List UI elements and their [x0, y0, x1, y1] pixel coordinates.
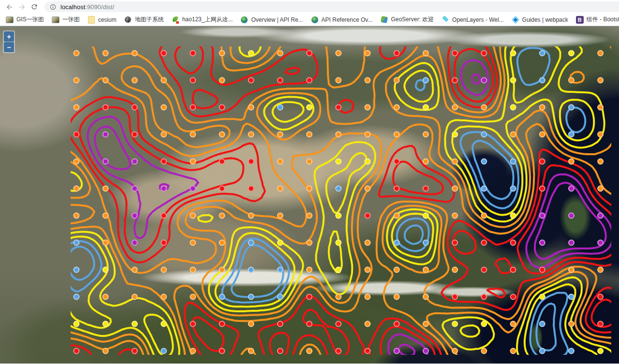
geoserver-icon [380, 16, 388, 24]
bookmark-label: OpenLayers - Wel... [452, 16, 504, 23]
reload-icon [30, 3, 38, 11]
site-info-icon[interactable] [49, 3, 57, 11]
bookmark-item[interactable]: GIS一张图 [2, 14, 48, 25]
earth-icon [311, 16, 319, 24]
map-thumbnail-icon [6, 16, 14, 24]
bookmark-item[interactable]: 一张图 [48, 14, 84, 25]
bookmark-item[interactable]: 地图子系统 [120, 14, 168, 25]
bookmark-label: cesium [98, 16, 117, 23]
bookmark-item[interactable]: OpenLayers - Wel... [438, 15, 508, 25]
url-path: :9090/dist/ [85, 3, 114, 11]
contour-overlay-canvas[interactable] [0, 26, 619, 364]
bookmark-label: API Reference Ov... [322, 16, 373, 23]
hao123-icon [172, 16, 179, 24]
bookmark-item[interactable]: cesium [84, 15, 120, 25]
bookmark-label: 组件 - Bootstrap v... [587, 15, 619, 24]
bookmark-item[interactable]: hao123_上网从这... [168, 14, 237, 25]
url-text: localhost:9090/dist/ [60, 3, 114, 11]
earth-icon [240, 16, 248, 24]
zoom-out-button[interactable]: − [4, 42, 14, 52]
map-viewport[interactable]: + − [0, 26, 619, 364]
globe-dark-icon [124, 16, 132, 24]
openlayers-icon [442, 16, 449, 24]
map-zoom-control: + − [3, 30, 15, 53]
bookmark-item[interactable]: API Reference Ov... [307, 15, 377, 25]
bookmark-label: hao123_上网从这... [182, 15, 233, 24]
bookmarks-bar: GIS一张图一张图cesium地图子系统hao123_上网从这...Overvi… [0, 14, 619, 26]
page-yellow-icon [88, 16, 95, 24]
reload-button[interactable] [28, 0, 41, 13]
bookmark-label: 地图子系统 [135, 15, 164, 24]
map-thumbnail-icon [52, 16, 59, 24]
address-bar[interactable]: localhost:9090/dist/ [44, 1, 619, 12]
bookmark-item[interactable]: GeoServer: 欢迎 [376, 14, 438, 25]
bookmark-label: GeoServer: 欢迎 [391, 15, 434, 24]
url-host: localhost [60, 3, 85, 11]
browser-toolbar: localhost:9090/dist/ [0, 0, 619, 14]
bookmark-label: GIS一张图 [16, 15, 44, 24]
back-button[interactable] [3, 0, 15, 13]
zoom-in-button[interactable]: + [4, 31, 14, 42]
back-arrow-icon [5, 3, 14, 11]
forward-button[interactable] [15, 0, 28, 13]
bookmark-label: Guides | webpack [522, 16, 568, 23]
bookmark-item[interactable]: Overview | API Re... [236, 15, 307, 25]
bookmark-label: Overview | API Re... [251, 16, 303, 23]
bootstrap-b-icon: B [576, 16, 584, 24]
bookmark-item[interactable]: Guides | webpack [508, 15, 572, 25]
bookmark-item[interactable]: B组件 - Bootstrap v... [572, 14, 619, 25]
forward-arrow-icon [18, 3, 26, 11]
bookmark-label: 一张图 [62, 15, 80, 24]
webpack-icon [512, 16, 519, 24]
